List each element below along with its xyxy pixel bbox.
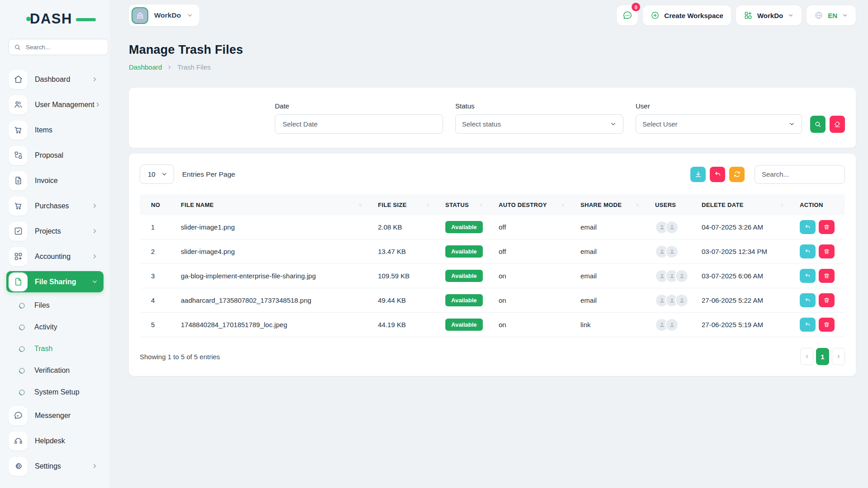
column-header-share-mode[interactable]: SHARE MODE↑↓ [569, 202, 644, 208]
cart-icon [9, 197, 28, 216]
delete-button[interactable] [819, 293, 835, 307]
sidebar-subitem-system-setup[interactable]: System Setup [19, 383, 104, 401]
sidebar-item-items[interactable]: Items [6, 119, 104, 141]
workspace-label: WorkDo [154, 11, 181, 19]
restore-button[interactable] [800, 244, 816, 258]
chevron-right-icon [836, 354, 841, 359]
sidebar-item-file-sharing[interactable]: File Sharing [6, 271, 104, 292]
sidebar-search-input[interactable] [25, 43, 103, 51]
sidebar-item-user-management[interactable]: User Management [6, 94, 104, 115]
filter-reset-button[interactable] [830, 116, 845, 133]
pagination-next-button[interactable] [832, 348, 845, 365]
bullet-dot-icon [18, 345, 26, 353]
sidebar-item-accounting[interactable]: Accounting [6, 246, 104, 267]
cell-status: Available [434, 319, 487, 331]
delete-button[interactable] [819, 269, 835, 283]
cart-icon [9, 121, 28, 140]
sort-icon[interactable]: ↑↓ [780, 202, 783, 207]
cell-users [644, 221, 690, 234]
delete-button[interactable] [819, 244, 835, 258]
sidebar-item-projects[interactable]: Projects [6, 221, 104, 242]
sidebar-search[interactable] [8, 39, 108, 55]
filter-fields: Date Status Select status User [275, 102, 802, 134]
cell-file-name: ga-blog-implement-enterprise-file-sharin… [170, 272, 367, 280]
sort-icon[interactable]: ↑↓ [561, 202, 564, 207]
sort-icon[interactable]: ↑↓ [359, 202, 361, 207]
swap-boxes-icon [9, 146, 28, 165]
delete-button[interactable] [819, 318, 835, 332]
language-selector[interactable]: EN [807, 5, 856, 25]
sidebar-item-invoice[interactable]: Invoice [6, 170, 104, 191]
sidebar-subitem-verification[interactable]: Verification [19, 361, 104, 380]
column-header-file-name[interactable]: FILE NAME↑↓ [170, 202, 367, 208]
sort-icon[interactable]: ↑↓ [426, 202, 429, 207]
chevron-down-icon [842, 12, 848, 19]
sidebar-item-dashboard[interactable]: Dashboard [6, 69, 104, 90]
export-button[interactable] [690, 167, 706, 182]
sidebar-item-proposal[interactable]: Proposal [6, 145, 104, 166]
messages-button[interactable]: 0 [617, 5, 638, 25]
sidebar-item-purchases[interactable]: Purchases [6, 195, 104, 216]
messages-badge: 0 [632, 3, 640, 11]
restore-all-button[interactable] [710, 167, 725, 182]
user-filter-select[interactable]: Select User [636, 114, 802, 134]
sidebar-item-label: Accounting [35, 253, 91, 261]
sort-icon[interactable]: ↑↓ [479, 202, 482, 207]
sidebar-subitem-files[interactable]: Files [19, 296, 104, 314]
logo-text: DASH [30, 11, 72, 27]
chevron-right-icon [91, 76, 98, 83]
restore-icon [804, 248, 811, 255]
restore-button[interactable] [800, 220, 816, 234]
column-header-delete-date[interactable]: DELETE DATE↑↓ [690, 202, 788, 208]
sidebar-item-messenger[interactable]: Messenger [6, 405, 104, 426]
table-row: 1slider-image1.png2.08 KBAvailableoffema… [140, 215, 845, 239]
restore-icon [804, 321, 811, 328]
user-avatar [665, 221, 679, 234]
column-header-auto-destroy[interactable]: AUTO DESTROY↑↓ [487, 202, 569, 208]
restore-button[interactable] [800, 269, 816, 283]
column-header-file-size[interactable]: FILE SIZE↑↓ [367, 202, 434, 208]
search-icon [14, 44, 21, 51]
chevron-left-icon [804, 354, 810, 359]
page-size-select[interactable]: 10 [140, 164, 174, 184]
sort-icon[interactable]: ↑↓ [636, 202, 638, 207]
sidebar-subitem-trash[interactable]: Trash [19, 340, 104, 358]
breadcrumb-dashboard-link[interactable]: Dashboard [129, 63, 162, 71]
user-avatar [675, 294, 689, 307]
date-filter-input[interactable] [282, 120, 436, 128]
sidebar-subitem-activity[interactable]: Activity [19, 318, 104, 336]
cell-action [788, 220, 845, 234]
empty-trash-button[interactable] [729, 167, 745, 182]
restore-button[interactable] [800, 318, 816, 332]
cell-no: 3 [140, 272, 170, 280]
app-menu-button[interactable]: WorkDo [736, 5, 802, 25]
status-filter-select[interactable]: Select status [455, 114, 623, 134]
sidebar-item-helpdesk[interactable]: Helpdesk [6, 430, 104, 451]
trash-files-table: NOFILE NAME↑↓FILE SIZE↑↓STATUS↑↓AUTO DES… [140, 194, 845, 337]
pagination-prev-button[interactable] [800, 348, 813, 365]
breadcrumb: Dashboard Trash Files [129, 63, 856, 71]
table-search-input[interactable] [755, 165, 845, 184]
chevron-down-icon [788, 121, 795, 127]
sidebar-subitem-label: Files [34, 301, 50, 310]
cell-auto-destroy: on [487, 296, 569, 304]
trash-icon [823, 321, 830, 328]
pagination: 1 [800, 348, 845, 365]
pagination-page-1[interactable]: 1 [816, 348, 829, 365]
file-icon [9, 272, 28, 291]
trash-icon [823, 272, 830, 279]
sidebar-item-settings[interactable]: Settings [6, 455, 104, 477]
home-icon [9, 70, 28, 89]
delete-button[interactable] [819, 220, 835, 234]
cell-delete-date: 27-06-2025 5:22 AM [690, 296, 788, 304]
column-header-status[interactable]: STATUS↑↓ [434, 202, 487, 208]
workspace-selector[interactable]: WorkDo [129, 5, 199, 26]
date-filter-input-box[interactable] [275, 114, 443, 134]
sidebar-subitem-label: Activity [34, 323, 57, 331]
user-avatar [665, 245, 679, 258]
table-row: 4aadharcard_1735807802_1737348518.png49.… [140, 288, 845, 313]
filter-search-button[interactable] [810, 116, 826, 133]
create-workspace-button[interactable]: Create Workspace [643, 5, 731, 25]
restore-button[interactable] [800, 293, 816, 307]
page-title: Manage Trash Files [129, 43, 856, 57]
